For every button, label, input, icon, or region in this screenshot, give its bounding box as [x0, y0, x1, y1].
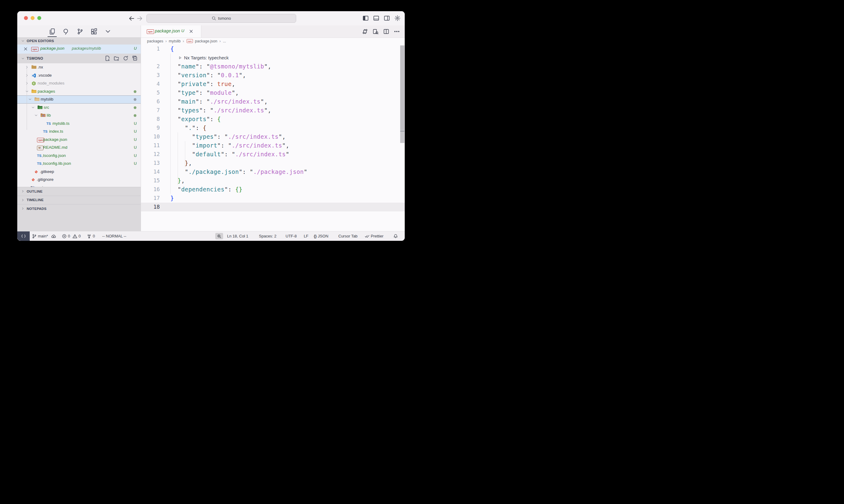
braces-icon: {} — [314, 234, 316, 238]
code-line[interactable]: } — [170, 194, 174, 203]
refresh-explorer-icon[interactable] — [123, 55, 128, 61]
breadcrumb-item--[interactable]: ... — [223, 39, 226, 43]
close-editor-icon[interactable] — [23, 47, 28, 51]
open-editors-header[interactable]: OPEN EDITORS — [17, 37, 141, 44]
status-publish-changes[interactable] — [51, 231, 56, 241]
toggle-panel-icon[interactable] — [373, 15, 379, 21]
tree-item-src[interactable]: </>src — [17, 104, 141, 112]
code-line[interactable]: "import": "./src/index.ts", — [170, 141, 289, 150]
code-editor[interactable]: 1{Nx Targets: typecheck2 "name": "@tsmon… — [141, 44, 405, 231]
collapse-folders-icon[interactable] — [132, 55, 138, 61]
status-ports[interactable]: 0 — [87, 231, 95, 241]
code-line[interactable]: "default": "./src/index.ts" — [170, 150, 289, 159]
sidebar-section-timeline[interactable]: TIMELINE — [17, 196, 141, 204]
status-vim-mode[interactable]: -- NORMAL -- — [102, 231, 126, 241]
tree-item-mytslib[interactable]: mytslib — [17, 95, 141, 104]
status-cursor-position[interactable]: Ln 18, Col 1 — [227, 231, 248, 241]
tree-item-tsconfig-json[interactable]: TStsconfig.jsonU — [17, 152, 141, 160]
tree-item-node-modules[interactable]: JSnode_modules — [17, 79, 141, 88]
maximize-button[interactable] — [37, 16, 41, 20]
status-warnings[interactable]: 0 — [72, 231, 81, 241]
code-line[interactable]: "types": "./src/index.ts", — [170, 132, 286, 141]
titlebar[interactable]: tsmono — [17, 11, 405, 25]
code-line[interactable]: ".": { — [170, 124, 206, 132]
open-preview-icon[interactable] — [373, 29, 379, 35]
code-line[interactable]: "./package.json": "./package.json" — [170, 167, 307, 176]
status-formatter[interactable]: Prettier — [365, 231, 383, 241]
code-line[interactable]: { — [170, 44, 174, 53]
new-file-icon[interactable] — [105, 55, 110, 61]
code-line[interactable]: "exports": { — [170, 115, 221, 124]
token-pun: ", — [264, 107, 271, 113]
tree-item--gitignore[interactable]: .gitignore — [17, 176, 141, 184]
token-pun: , — [188, 160, 192, 166]
remote-indicator[interactable] — [17, 231, 30, 241]
split-editor-icon[interactable] — [383, 29, 389, 35]
tree-item--gitkeep[interactable]: .gitkeep — [17, 168, 141, 176]
tree-item--nx[interactable]: .nx — [17, 63, 141, 71]
tab-package-json[interactable]: npm package.json U — [141, 25, 201, 38]
status-label: 0 — [93, 234, 95, 238]
token-pun: , — [181, 177, 185, 184]
file-icon: M↓ — [37, 145, 42, 150]
code-line[interactable]: "version": "0.0.1", — [170, 71, 246, 80]
toggle-primary-sidebar-icon[interactable] — [363, 15, 369, 21]
activity-more-views-dropdown-icon[interactable] — [105, 28, 111, 35]
status-indentation[interactable]: Spaces: 2 — [259, 231, 276, 241]
scrollbar-thumb[interactable] — [400, 46, 404, 130]
status-eol-sequence[interactable]: LF — [304, 231, 308, 241]
toggle-secondary-sidebar-icon[interactable] — [384, 15, 390, 21]
settings-gear-icon[interactable] — [394, 15, 400, 21]
status-language-mode[interactable]: {}JSON — [314, 231, 328, 241]
activity-extensions-icon[interactable] — [91, 28, 97, 35]
status-cursor-tab[interactable]: Cursor Tab — [338, 231, 358, 241]
file-icon: TS — [37, 153, 42, 158]
nx-targets-codelens[interactable]: Nx Targets: typecheck — [178, 53, 228, 62]
navigate-forward-icon[interactable] — [136, 15, 143, 22]
status-notifications[interactable] — [393, 231, 398, 241]
activity-explorer-icon[interactable] — [49, 28, 55, 35]
tree-item-lib[interactable]: lib — [17, 111, 141, 120]
code-line[interactable]: "name": "@tsmono/mytslib", — [170, 62, 271, 71]
status-label: 0 — [68, 234, 70, 238]
breadcrumb-item-package-json[interactable]: npmpackage.json — [186, 39, 217, 43]
status-errors[interactable]: 0 — [62, 231, 70, 241]
open-editor-item[interactable]: npm package.json packages/mytslib U — [17, 44, 141, 54]
git-icon — [31, 177, 36, 182]
activity-search-icon[interactable] — [63, 28, 69, 35]
activity-source-control-icon[interactable] — [77, 28, 83, 35]
code-line[interactable]: }, — [170, 176, 185, 185]
tree-item-packages[interactable]: packages — [17, 88, 141, 96]
explorer-section-header[interactable]: TSMONO — [17, 54, 141, 63]
remote-icon — [21, 234, 26, 238]
navigate-back-icon[interactable] — [128, 15, 135, 22]
more-actions-icon[interactable] — [394, 29, 400, 35]
tree-item-readme-md[interactable]: M↓README.mdU — [17, 144, 141, 152]
breadcrumb-item-packages[interactable]: packages — [147, 39, 163, 43]
minimize-button[interactable] — [31, 16, 35, 20]
tree-item--vscode[interactable]: .vscode — [17, 71, 141, 80]
chevron-right-icon — [25, 66, 29, 69]
compare-changes-icon[interactable] — [362, 29, 368, 35]
tree-item-mytslib-ts[interactable]: TSmytslib.tsU — [17, 120, 141, 128]
token-pun: ", — [260, 98, 268, 105]
code-line[interactable]: "type": "module", — [170, 88, 239, 97]
command-center-search[interactable]: tsmono — [147, 14, 296, 23]
code-line[interactable]: "main": "./src/index.ts", — [170, 97, 268, 106]
tree-item-tsconfig-lib-json[interactable]: TStsconfig.lib.jsonU — [17, 160, 141, 168]
close-tab-icon[interactable] — [189, 29, 193, 34]
tree-item-index-ts[interactable]: TSindex.tsU — [17, 127, 141, 136]
sidebar-section-outline[interactable]: OUTLINE — [17, 187, 141, 196]
new-folder-icon[interactable] — [114, 55, 119, 61]
sidebar-section-notepads[interactable]: NOTEPADS — [17, 204, 141, 213]
code-line[interactable]: "private": true, — [170, 80, 235, 88]
close-button[interactable] — [24, 16, 28, 20]
code-line[interactable]: "types": "./src/index.ts", — [170, 106, 271, 115]
status-git-branch[interactable]: main* — [32, 231, 48, 241]
zoom-indicator[interactable] — [215, 233, 223, 239]
code-line[interactable]: "dependencies": {} — [170, 185, 243, 194]
breadcrumb-item-mytslib[interactable]: mytslib — [169, 39, 181, 43]
code-line[interactable]: }, — [170, 159, 192, 167]
tree-item-package-json[interactable]: npmpackage.jsonU — [17, 136, 141, 144]
status-encoding[interactable]: UTF-8 — [286, 231, 297, 241]
